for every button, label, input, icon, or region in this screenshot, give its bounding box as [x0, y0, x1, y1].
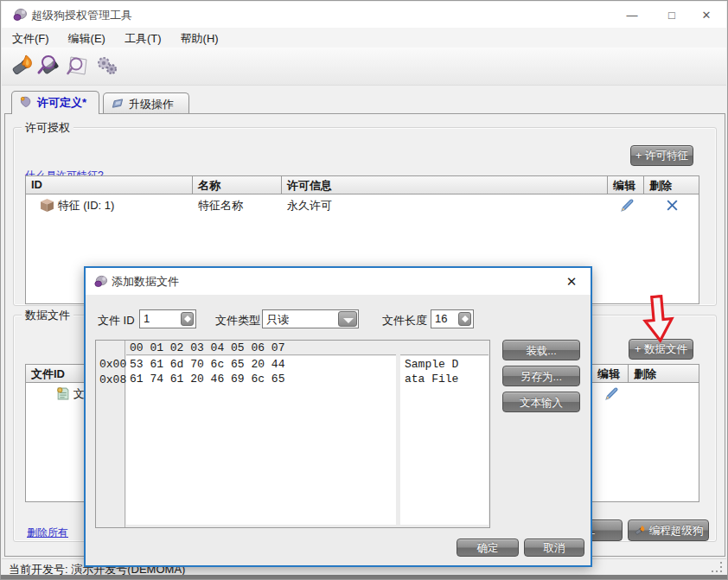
tab-upgrade-operation[interactable]: 升级操作 — [103, 92, 189, 113]
license-tab-icon — [19, 96, 33, 109]
hex-address-column: 0x00 0x08 — [96, 341, 125, 527]
file-id-spinbox[interactable]: 1 — [139, 309, 196, 328]
menu-help[interactable]: 帮助(H) — [172, 28, 227, 48]
hex-column-header: 00 01 02 03 04 05 06 07 — [126, 341, 396, 355]
license-table-row[interactable]: 特征 (ID: 1) 特征名称 永久许可 — [26, 194, 699, 216]
file-id-label: 文件 ID — [98, 313, 135, 328]
spinner-arrows-icon[interactable] — [181, 312, 194, 326]
ok-button[interactable]: 确定 — [457, 539, 519, 557]
data-file-label-partial: 文 — [73, 387, 85, 400]
dialog-dog-icon — [93, 274, 108, 289]
window-title: 超级狗授权管理工具 — [31, 8, 132, 23]
close-button[interactable]: ✕ — [692, 5, 721, 25]
delete-all-link[interactable]: 删除所有 — [27, 526, 68, 540]
ascii-row: Sample D — [405, 357, 489, 372]
tab-upgrade-label: 升级操作 — [129, 98, 174, 111]
dialog-title: 添加数据文件 — [112, 274, 179, 290]
save-as-button[interactable]: 另存为... — [502, 366, 580, 386]
app-window: 超级狗授权管理工具 — □ ✕ 文件(F) 编辑(E) 工具(T) 帮助(H) — [0, 0, 728, 580]
add-license-feature-button[interactable]: + 许可特征 — [630, 145, 693, 166]
minimize-button[interactable]: — — [617, 5, 647, 25]
col-info[interactable]: 许可信息 — [282, 176, 608, 194]
resize-grip[interactable] — [710, 560, 722, 572]
file-type-label: 文件类型 — [215, 313, 260, 328]
license-table-header: ID 名称 许可信息 编辑 删除 — [26, 176, 699, 194]
menu-edit[interactable]: 编辑(E) — [60, 28, 114, 48]
hex-address: 0x08 — [96, 372, 125, 387]
ascii-row: ata File — [405, 372, 489, 386]
file-length-value: 16 — [435, 312, 447, 325]
file-length-label: 文件长度 — [382, 313, 427, 328]
ascii-column: Sample D ata File — [400, 341, 489, 525]
file-type-value: 只读 — [266, 313, 289, 326]
hex-data-area[interactable]: 53 61 6d 70 6c 65 20 44 61 74 61 20 46 6… — [126, 356, 396, 525]
edit-pencil-icon[interactable] — [620, 198, 635, 213]
hex-row: 61 74 61 20 46 69 6c 65 — [130, 372, 396, 386]
feature-name-text: 特征名称 — [193, 198, 282, 214]
dialog-close-button[interactable]: ✕ — [561, 271, 582, 292]
license-group-title: 许可授权 — [22, 120, 73, 136]
search-dog-icon[interactable] — [36, 52, 64, 80]
ascii-column-header — [400, 341, 489, 355]
search-file-icon[interactable] — [64, 52, 92, 80]
file-type-combobox[interactable]: 只读 — [262, 309, 359, 328]
file-id-value: 1 — [144, 312, 150, 325]
program-superdog-label: 编程超级狗 — [649, 525, 704, 537]
col-edit[interactable]: 编辑 — [592, 365, 629, 382]
program-superdog-button[interactable]: 编程超级狗 — [628, 519, 709, 541]
upgrade-tab-icon — [111, 98, 125, 111]
hex-editor[interactable]: 0x00 0x08 00 01 02 03 04 05 06 07 53 61 … — [95, 340, 490, 528]
feature-info-text: 永久许可 — [282, 198, 608, 214]
dialog-title-bar: 添加数据文件 ✕ — [86, 268, 591, 295]
window-bottom-edge — [1, 575, 728, 579]
add-data-file-dialog: 添加数据文件 ✕ 文件 ID 1 文件类型 只读 文件长度 16 0x00 0x… — [84, 266, 592, 567]
menu-tools[interactable]: 工具(T) — [116, 28, 170, 48]
edit-pencil-icon[interactable] — [604, 386, 619, 401]
feature-id-text: 特征 (ID: 1) — [58, 199, 115, 212]
file-length-spinbox[interactable]: 16 — [431, 309, 474, 328]
maximize-button[interactable]: □ — [657, 5, 686, 25]
tab-license-definition[interactable]: 许可定义* — [11, 91, 99, 114]
tab-license-label: 许可定义* — [37, 96, 86, 109]
menu-bar: 文件(F) 编辑(E) 工具(T) 帮助(H) — [2, 28, 726, 48]
feature-cube-icon — [40, 198, 54, 213]
col-delete[interactable]: 删除 — [644, 176, 699, 194]
ascii-data-area[interactable]: Sample D ata File — [400, 356, 489, 525]
hex-address: 0x00 — [96, 356, 125, 372]
menu-file[interactable]: 文件(F) — [3, 28, 58, 48]
red-annotation-arrow — [637, 293, 681, 345]
load-button[interactable]: 装载... — [502, 340, 580, 360]
cancel-button[interactable]: 取消 — [524, 539, 584, 557]
hex-row: 53 61 6d 70 6c 65 20 44 — [130, 357, 396, 372]
col-edit[interactable]: 编辑 — [608, 176, 644, 194]
app-dog-icon — [12, 7, 28, 22]
col-name[interactable]: 名称 — [193, 176, 282, 194]
dongle-flame-icon — [634, 524, 647, 537]
chevron-down-icon[interactable] — [338, 311, 357, 327]
settings-gears-icon[interactable] — [93, 52, 121, 80]
title-bar: 超级狗授权管理工具 — □ ✕ — [2, 2, 726, 28]
toolbar — [2, 48, 726, 86]
col-id[interactable]: ID — [26, 176, 193, 194]
data-file-icon — [55, 386, 70, 401]
spinner-arrows-icon[interactable] — [458, 312, 471, 326]
program-dog-icon[interactable] — [9, 52, 36, 80]
delete-x-icon[interactable] — [665, 198, 680, 213]
col-delete[interactable]: 删除 — [629, 365, 683, 382]
text-input-button[interactable]: 文本输入 — [502, 392, 580, 412]
datafile-group-title: 数据文件 — [22, 308, 73, 323]
